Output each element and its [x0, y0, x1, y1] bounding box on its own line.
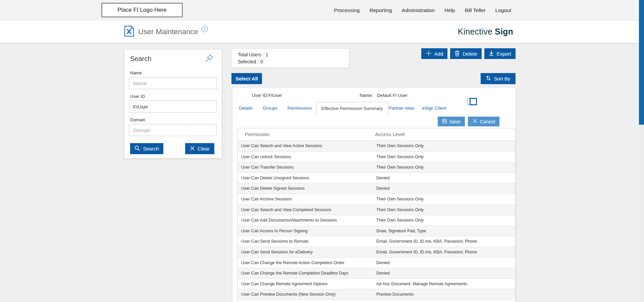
top-nav-bar: Place FI Logo Here ProcessingReportingAd…	[0, 0, 644, 20]
access-level-cell: Denied	[376, 258, 390, 268]
name-field-label: Name	[130, 70, 217, 75]
domain-input[interactable]	[129, 124, 217, 136]
user-id-label: User ID:	[252, 93, 269, 98]
permissions-table: Permission Access Level User Can Search …	[237, 128, 516, 302]
user-id-input[interactable]	[129, 101, 217, 113]
table-row: User Can Unlock SessionsTheir Own Sessio…	[238, 152, 515, 162]
table-row: User Can Change the Remote Action Comple…	[238, 257, 515, 268]
x-icon	[472, 118, 478, 125]
nav-item-processing[interactable]: Processing	[334, 7, 360, 13]
delete-button[interactable]: Delete	[450, 48, 481, 59]
table-row: User Can Search and View Active Sessions…	[238, 141, 515, 152]
page-title: User Maintenance	[138, 27, 198, 36]
access-level-column-header: Access Level	[375, 131, 405, 137]
user-maintenance-icon	[124, 25, 134, 38]
tab-groups[interactable]: Groups	[263, 102, 277, 114]
search-panel-title: Search	[130, 55, 151, 63]
table-row: User Can Change Remote Agreement Options…	[238, 279, 515, 289]
tab-effective-permission-summary[interactable]: Effective Permission Summary	[316, 102, 388, 114]
tab-permissions[interactable]: Permissions	[287, 102, 312, 114]
permission-cell: User Can Preview Documents (New Session …	[241, 289, 335, 300]
access-level-cell: Denied	[376, 173, 390, 184]
trash-icon	[454, 50, 460, 57]
table-header: Permission Access Level	[238, 128, 515, 141]
user-identity-row: User ID: FIUser Name: Default FI User	[232, 88, 516, 102]
table-row: User Can Add Documents/Attachments to Se…	[238, 215, 515, 226]
permission-cell: User Can Archive Sessions	[241, 194, 292, 205]
access-level-cell: Their Own Sessions Only	[376, 194, 424, 205]
access-level-cell: Their Own Sessions Only	[376, 152, 424, 163]
search-button[interactable]: Search	[130, 143, 163, 154]
nav-item-reporting[interactable]: Reporting	[370, 7, 392, 13]
nav-item-administration[interactable]: Administration	[402, 7, 435, 13]
total-users-label: Total Users :	[238, 52, 264, 57]
clear-button[interactable]: Clear	[185, 143, 214, 154]
permission-cell: User Can Search and View Completed Sessi…	[241, 205, 331, 216]
permission-cell: User Can Search and View Active Sessions	[241, 141, 322, 152]
brand-logo: Kinective Sign	[458, 20, 513, 43]
add-button[interactable]: Add	[421, 48, 448, 59]
permission-cell: User Can Access In Person Signing	[241, 226, 308, 237]
nav-item-logout[interactable]: Logout	[495, 7, 511, 13]
download-icon	[489, 50, 494, 57]
export-button[interactable]: Export	[484, 48, 516, 59]
nav-item-help[interactable]: Help	[444, 7, 455, 13]
domain-field-label: Domain	[130, 117, 217, 122]
cancel-button[interactable]: Cancel	[468, 117, 499, 126]
summary-card: Total Users : 1 Selected : 0	[231, 49, 349, 68]
table-row: User Can Delete Signed SessionsDenied	[238, 183, 515, 194]
pin-icon[interactable]	[205, 54, 214, 64]
nav-item-bill-teller[interactable]: Bill Teller	[465, 7, 486, 13]
brand-name: Kinective	[458, 27, 492, 37]
vertical-scrollbar-thumb[interactable]	[639, 0, 644, 125]
content-area: Search NameUser IDDomain	[0, 43, 644, 302]
info-icon[interactable]: i	[202, 26, 208, 32]
permission-cell: User Can Delete Unsigned Sessions	[241, 173, 309, 184]
name-input[interactable]	[129, 77, 217, 89]
permission-cell: User Can Delete Signed Sessions	[241, 183, 305, 194]
plus-icon	[426, 50, 432, 57]
total-users-value: 1	[266, 52, 268, 57]
table-row-partial	[238, 300, 515, 302]
access-level-cell: Their Own Sessions Only	[376, 205, 424, 216]
page-header: User Maintenance i Kinective Sign	[0, 20, 644, 43]
table-row: User Can Archive SessionsTheir Own Sessi…	[238, 194, 515, 204]
fi-logo-placeholder: Place FI Logo Here	[101, 3, 183, 17]
access-level-cell: Their Own Sessions Only	[376, 162, 424, 173]
table-row: User Can Search and View Completed Sessi…	[238, 204, 515, 215]
sort-by-button[interactable]: Sort By	[481, 73, 516, 84]
table-row: User Can Send Sessions to RemoteEmail, G…	[238, 236, 515, 247]
access-level-cell: Preview Documents	[376, 289, 414, 300]
permission-cell: User Can Change the Remote Completion De…	[241, 268, 348, 279]
access-level-cell: Email, Government ID, ID.me, KBA, Passwo…	[376, 247, 477, 258]
user-id-field-label: User ID	[130, 94, 217, 99]
permission-cell: User Can Send Sessions for eDelivery	[241, 247, 313, 258]
user-maintenance-page: Place FI Logo Here ProcessingReportingAd…	[0, 0, 644, 302]
selected-value: 0	[260, 59, 263, 64]
name-value: Default FI User	[377, 93, 408, 98]
access-level-cell: Ad Hoc Document, Manage Remote Agreement…	[376, 279, 467, 290]
access-level-cell: Denied	[376, 268, 390, 279]
table-row: User Can Delete Unsigned SessionsDenied	[238, 173, 515, 183]
primary-nav: ProcessingReportingAdministrationHelpBil…	[334, 0, 511, 20]
floppy-icon	[442, 119, 447, 125]
access-level-cell: Denied	[376, 183, 390, 194]
tab-details[interactable]: Details	[239, 102, 253, 114]
access-level-cell: Their Own Sessions Only	[376, 215, 424, 226]
save-button[interactable]: Save	[438, 117, 465, 126]
permission-cell: User Can Add Documents/Attachments to Se…	[241, 215, 337, 226]
access-level-cell: Draw, Signature Pad, Type	[376, 226, 426, 237]
permission-cell: User Can Transfer Sessions	[241, 162, 293, 173]
user-detail-card: User ID: FIUser Name: Default FI User De…	[232, 88, 516, 302]
name-label: Name:	[360, 93, 373, 98]
permission-column-header: Permission	[245, 131, 270, 137]
access-level-cell: Email, Government ID, ID.me, KBA, Passwo…	[376, 236, 477, 247]
table-row: User Can Change the Remote Completion De…	[238, 268, 515, 279]
select-all-button[interactable]: Select All	[231, 73, 262, 84]
access-level-cell: Their Own Sessions Only	[376, 141, 424, 152]
tab-esign-client[interactable]: eSign Client	[422, 102, 446, 114]
tab-partner-alias[interactable]: Partner Alias	[389, 102, 415, 114]
permission-cell: User Can Change the Remote Action Comple…	[241, 258, 344, 268]
selected-label: Selected :	[238, 59, 259, 64]
tab-bar: DetailsGroupsPermissionsEffective Permis…	[232, 102, 516, 115]
